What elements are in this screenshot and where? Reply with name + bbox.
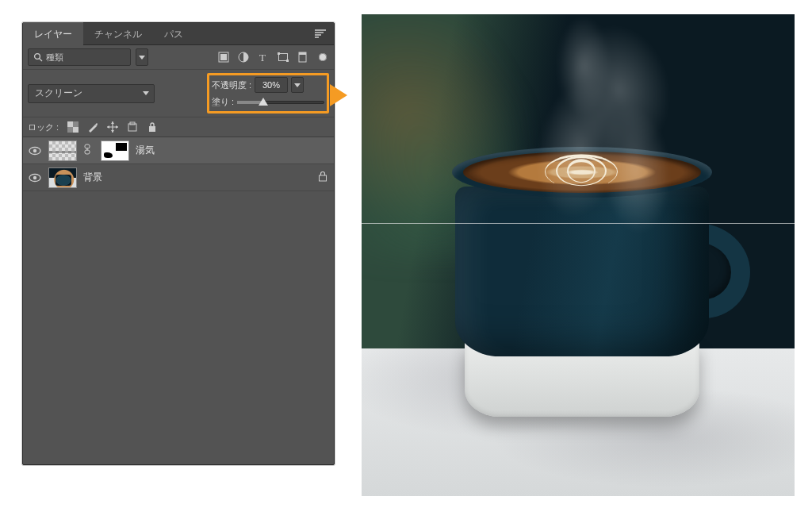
svg-rect-14 [67,127,73,133]
lock-label: ロック : [28,121,59,133]
opacity-slider[interactable] [237,97,324,108]
svg-rect-6 [279,54,288,61]
layer-name-label: 湯気 [136,144,155,157]
chevron-down-icon [139,56,145,60]
opacity-label: 不透明度 : [212,79,251,91]
filter-row: 種類 T [23,45,334,70]
filter-type-t-icon[interactable]: T [257,51,270,64]
filter-pixel-icon[interactable] [217,51,230,64]
tab-channels-label: チャンネル [94,29,142,40]
preview-image [362,14,795,496]
svg-rect-17 [149,126,155,132]
arrow-right-icon [330,84,347,106]
svg-text:T: T [259,52,266,63]
svg-rect-8 [286,60,289,62]
lock-artboard-icon[interactable] [126,121,139,133]
layer-name-label: 背景 [83,171,102,184]
svg-line-1 [40,59,42,61]
visibility-toggle[interactable] [28,173,42,183]
filter-toggle-dot[interactable] [316,51,329,64]
opacity-highlight: 不透明度 : 30% 塗り : [207,73,329,114]
blend-mode-label: スクリーン [35,87,82,100]
lock-icon [318,171,327,182]
opacity-chevron[interactable] [291,77,304,93]
lock-position-icon[interactable] [106,121,119,133]
lock-pixels-icon[interactable] [86,121,99,133]
layer-thumbnail[interactable] [48,140,77,161]
svg-rect-13 [73,121,79,127]
blend-mode-select[interactable]: スクリーン [28,84,155,103]
panel-tabs: レイヤー チャンネル パス [23,23,334,45]
svg-rect-12 [73,127,79,133]
svg-point-0 [35,54,40,60]
guide-line [362,223,795,224]
layer-lock-icon[interactable] [318,171,327,184]
search-icon [33,52,43,62]
svg-rect-10 [299,52,306,55]
slider-thumb-icon[interactable] [259,98,268,106]
svg-rect-25 [320,175,327,181]
eye-icon [29,146,41,156]
eye-icon [29,173,41,183]
layer-row-background[interactable]: 背景 [23,164,334,191]
svg-point-24 [33,175,36,179]
filter-shape-icon[interactable] [277,51,289,64]
layer-row-steam[interactable]: 湯気 [23,137,334,164]
filter-smart-icon[interactable] [297,51,309,64]
blend-opacity-row: スクリーン 不透明度 : 30% 塗り : [23,70,334,117]
chevron-down-icon [143,91,149,95]
callout-arrow [330,84,347,106]
filter-type-icons: T [217,51,329,64]
layer-list: 湯気 背景 [23,137,334,464]
filter-kind-chevron[interactable] [136,48,148,66]
chevron-down-icon [294,83,301,87]
filter-kind-label: 種類 [46,52,63,64]
tab-layers-label: レイヤー [34,29,72,40]
visibility-toggle[interactable] [28,146,42,156]
lock-all-icon[interactable] [146,121,159,133]
svg-rect-7 [278,52,280,55]
opacity-value[interactable]: 30% [255,77,288,93]
svg-point-19 [33,148,36,152]
tab-paths[interactable]: パス [153,22,194,45]
lock-transparent-icon[interactable] [67,121,79,133]
panel-menu-icon[interactable] [315,29,326,39]
svg-rect-11 [67,121,73,127]
layer-thumbnail[interactable] [48,167,77,188]
layer-mask-thumbnail[interactable] [101,140,129,161]
fill-label: 塗り : [212,96,234,108]
filter-kind-select[interactable]: 種類 [28,48,131,66]
svg-rect-3 [220,54,227,60]
filter-adjust-icon[interactable] [237,51,250,64]
lock-row: ロック : [23,117,334,137]
layers-panel: レイヤー チャンネル パス 種類 T スクリーン 不透明度 : 30% [22,22,335,465]
tab-paths-label: パス [164,29,183,40]
tab-channels[interactable]: チャンネル [83,22,153,45]
tab-layers[interactable]: レイヤー [23,22,83,45]
mask-link-icon[interactable] [83,144,94,157]
